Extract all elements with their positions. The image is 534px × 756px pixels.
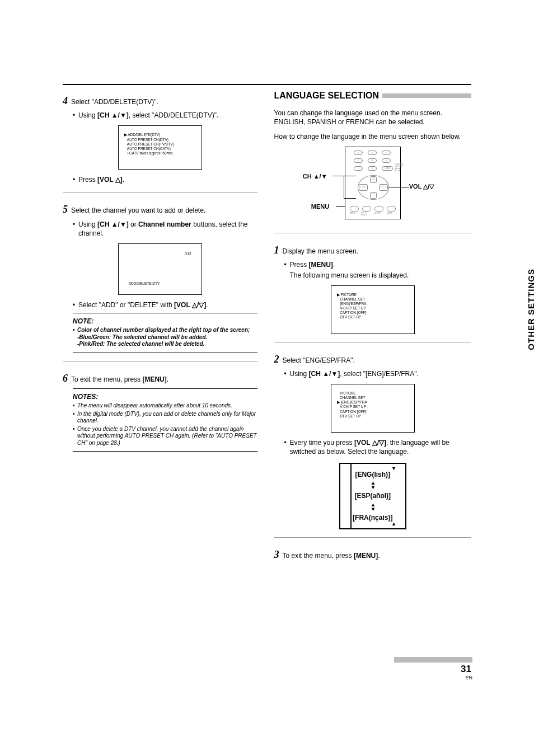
step-title: To exit the menu, press [MENU].	[71, 375, 257, 384]
step-title: Select "ADD/DELETE(DTV)".	[71, 97, 257, 106]
page-number-block: 31 EN	[394, 657, 472, 680]
page-content: 4 Select "ADD/DELETE(DTV)". • Using [CH …	[63, 84, 471, 561]
step-3: 3 To exit the menu, press [MENU].	[274, 548, 471, 561]
bullet-dot: •	[73, 411, 77, 425]
step5-bullet2: • Select "ADD" or "DELETE" with [VOL △/▽…	[63, 300, 257, 309]
leader-line	[388, 187, 409, 187]
key-ref: [VOL △/▽]	[354, 439, 386, 447]
bullet-text: Every time you press [VOL △/▽], the lang…	[290, 438, 471, 456]
intro-2: How to change the language in the menu s…	[274, 132, 471, 141]
menu-item: CAPTION [OFF]	[340, 410, 366, 414]
remote-btn-sleep	[374, 206, 383, 212]
t: To exit the menu, press	[71, 375, 142, 383]
bullet-dot: •	[284, 369, 290, 378]
note-text: The menu will disappear automatically af…	[77, 402, 232, 410]
key-ref: [CH ▲/▼]	[97, 220, 129, 228]
key-ref: [VOL △]	[97, 176, 123, 184]
note-text: Color of channel number displayed at the…	[77, 327, 250, 334]
menu-row: CAPTION [OFF]	[337, 410, 409, 414]
menu-item: CAPTION [OFF]	[340, 311, 366, 314]
bullet-dot: •	[73, 175, 78, 184]
page-number-bar-icon	[394, 657, 472, 663]
remote-btn-7: 7	[354, 158, 363, 163]
step-number: 3	[274, 548, 279, 561]
step5-bullet1: • Using [CH ▲/▼] or Channel number butto…	[63, 220, 257, 238]
section-title: LANGUAGE SELECTION	[274, 90, 380, 102]
bullet-dot: •	[73, 300, 78, 309]
note-sub: -Pink/Red: The selected channel will be …	[73, 341, 257, 348]
arrow-up-icon: ▴	[392, 520, 395, 528]
cycle-line	[352, 528, 393, 529]
step-divider	[63, 192, 257, 192]
brace-line	[344, 198, 356, 199]
bullet-text: Using [CH ▲/▼], select "[ENG]/ESP/FRA".	[290, 369, 471, 378]
step-4: 4 Select "ADD/DELETE(DTV)".	[63, 94, 257, 107]
menu-row: ▶ PICTURE	[337, 293, 409, 297]
t: , select "[ENG]/ESP/FRA".	[340, 370, 419, 378]
key-ref: [CH ▲/▼]	[97, 111, 129, 119]
t: , select "ADD/DELETE(DTV)".	[129, 111, 219, 119]
t: Using	[78, 220, 97, 228]
bullet-dot: •	[73, 220, 78, 238]
t: Press	[290, 261, 309, 269]
intro-1: You can change the language used on the …	[274, 109, 471, 126]
right-column: LANGUAGE SELECTION You can change the la…	[274, 84, 471, 561]
step-5: 5 Select the channel you want to add or …	[63, 203, 257, 216]
note-text: Once you delete a DTV channel, you canno…	[77, 426, 257, 447]
page-lang: EN	[394, 675, 472, 680]
menu-item: CHANNEL SET	[340, 396, 365, 400]
arrow-down-icon: ▾	[392, 464, 395, 472]
leader-line	[332, 176, 345, 176]
menu-row: AUTO PRESET CH(CATV)	[124, 147, 196, 151]
menu-item: PICTURE	[341, 293, 357, 297]
cursor-icon: ▶	[337, 400, 341, 404]
menu-item: PICTURE	[340, 391, 356, 395]
menu-item: [ENG]/ESP/FRA	[341, 400, 367, 404]
notes-title: NOTES:	[73, 392, 257, 401]
note-sub: -Blue/Green: The selected channel will b…	[73, 334, 257, 341]
menu-screen-add-delete: ▶ ADD/DELETE(DTV) AUTO PRESET CH(DTV) AU…	[118, 125, 202, 170]
note-item: •In the digital mode (DTV), you can add …	[73, 411, 257, 425]
note-item: •Once you delete a DTV channel, you cann…	[73, 426, 257, 447]
remote-btn-9: 9	[382, 158, 391, 163]
t: Select "ADD" or "DELETE" with	[78, 301, 174, 309]
remote-btn-sleep-label: SLEEP	[374, 212, 381, 215]
menu-item: CHANNEL SET	[340, 297, 365, 301]
t: Press	[78, 176, 97, 184]
menu-item: AUTO PRESET CH(CATV)	[127, 147, 171, 151]
t: or	[129, 220, 138, 228]
channel-number: D12	[185, 252, 191, 257]
remote-ch-down: CH ▼	[370, 192, 377, 199]
label-vol: VOL △/▽	[409, 182, 434, 191]
step1-bullet: • Press [MENU].	[274, 260, 471, 269]
menu-item: ! CATV takes approx. 50min.	[127, 151, 174, 155]
remote-btn-channel-return	[395, 168, 400, 171]
menu-row: ! CATV takes approx. 50min.	[124, 151, 196, 156]
remote-btn-mute	[387, 206, 396, 212]
remote-btn-mute-label: MUTE	[387, 212, 392, 215]
step-divider	[63, 361, 257, 361]
t: .	[333, 261, 335, 269]
step-number: 1	[274, 243, 279, 257]
step-1: 1 Display the menu screen.	[274, 243, 471, 257]
bullet-dot: •	[284, 260, 290, 269]
step-title: Display the menu screen.	[283, 247, 471, 256]
key-ref: Channel number	[138, 220, 191, 228]
remote-btn-100: +100	[382, 166, 393, 171]
step5-note: NOTE: • Color of channel number displaye…	[73, 313, 257, 353]
step-divider	[274, 233, 471, 233]
language-cycle-diagram: ▾ [ENG(lish)] ▴▾ [ESP(añol)] ▴▾ [FRA(nça…	[339, 463, 406, 529]
bullet-dot: •	[73, 111, 78, 120]
menu-screen-main: ▶ PICTURE CHANNEL SET [ENG]/ESP/FRA V-CH…	[331, 285, 415, 334]
menu-row: PICTURE	[337, 391, 409, 396]
bullet-text: Using [CH ▲/▼] or Channel number buttons…	[78, 220, 257, 238]
page-number: 31	[395, 664, 471, 675]
step-divider	[274, 342, 471, 342]
t: .	[167, 375, 168, 383]
remote-btn-menu-label: MENU	[350, 212, 355, 215]
t: Color of channel number displayed at the…	[77, 327, 250, 333]
brace-line	[344, 176, 356, 176]
key-ref: [VOL △/▽]	[174, 301, 206, 309]
step-divider	[274, 537, 471, 538]
t: .	[378, 552, 380, 560]
